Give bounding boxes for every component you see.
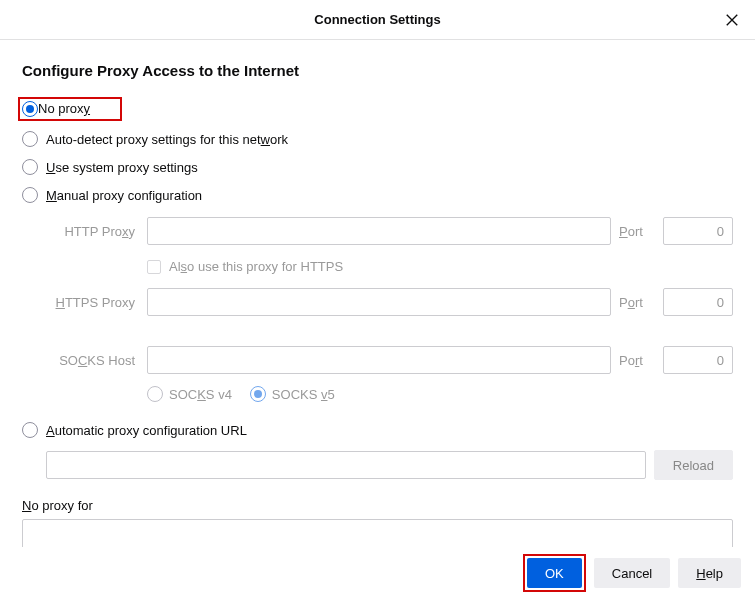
titlebar: Connection Settings bbox=[0, 0, 755, 40]
http-proxy-input[interactable] bbox=[147, 217, 611, 245]
radio-auto-url-label: Automatic proxy configuration URL bbox=[46, 423, 247, 438]
reload-button[interactable]: Reload bbox=[654, 450, 733, 480]
accel-y: y bbox=[84, 101, 91, 116]
radio-no-proxy-row[interactable]: No proxy bbox=[22, 93, 733, 125]
radio-auto-url[interactable] bbox=[22, 422, 38, 438]
socks-port-input[interactable] bbox=[663, 346, 733, 374]
settings-scroll-area[interactable]: Configure Proxy Access to the Internet N… bbox=[0, 40, 755, 547]
radio-auto-url-row[interactable]: Automatic proxy configuration URL bbox=[22, 416, 733, 444]
http-port-input[interactable] bbox=[663, 217, 733, 245]
manual-form-grid: HTTP Proxy Port Also use this proxy for … bbox=[44, 217, 733, 402]
https-proxy-input[interactable] bbox=[147, 288, 611, 316]
radio-auto-detect-row[interactable]: Auto-detect proxy settings for this netw… bbox=[22, 125, 733, 153]
auto-url-input[interactable] bbox=[46, 451, 646, 479]
noproxy-for-input[interactable] bbox=[22, 519, 733, 547]
radio-system-row[interactable]: Use system proxy settings bbox=[22, 153, 733, 181]
radio-manual-row[interactable]: Manual proxy configuration bbox=[22, 181, 733, 209]
radio-system[interactable] bbox=[22, 159, 38, 175]
radio-no-proxy-label: No proxy bbox=[38, 101, 90, 117]
https-proxy-label: HTTPS Proxy bbox=[44, 295, 139, 310]
help-button[interactable]: Help bbox=[678, 558, 741, 588]
auto-url-row: Reload bbox=[46, 450, 733, 480]
radio-auto-detect[interactable] bbox=[22, 131, 38, 147]
radio-manual-label: Manual proxy configuration bbox=[46, 188, 202, 203]
http-proxy-label: HTTP Proxy bbox=[44, 224, 139, 239]
radio-socks-v5[interactable] bbox=[250, 386, 266, 402]
accel-h: H bbox=[696, 566, 705, 581]
accel-a: A bbox=[46, 423, 55, 438]
socks-version-group: SOCKS v4 SOCKS v5 bbox=[147, 386, 733, 402]
also-https-row[interactable]: Also use this proxy for HTTPS bbox=[147, 259, 733, 274]
highlight-ok: OK bbox=[523, 554, 586, 592]
noproxy-for-label: No proxy for bbox=[22, 498, 733, 513]
accel-m: M bbox=[46, 188, 57, 203]
radio-manual[interactable] bbox=[22, 187, 38, 203]
close-button[interactable] bbox=[721, 9, 743, 31]
highlight-no-proxy: No proxy bbox=[18, 97, 122, 121]
close-icon bbox=[725, 13, 739, 27]
accel-u: U bbox=[46, 160, 55, 175]
socks-port-label: Port bbox=[619, 353, 655, 368]
socks-host-label: SOCKS Host bbox=[44, 353, 139, 368]
ok-button[interactable]: OK bbox=[527, 558, 582, 588]
socks-host-input[interactable] bbox=[147, 346, 611, 374]
https-port-input[interactable] bbox=[663, 288, 733, 316]
socks-v5-option[interactable]: SOCKS v5 bbox=[250, 386, 335, 402]
socks-v4-label: SOCKS v4 bbox=[169, 387, 232, 402]
radio-no-proxy[interactable] bbox=[22, 101, 38, 117]
radio-auto-detect-label: Auto-detect proxy settings for this netw… bbox=[46, 132, 288, 147]
section-heading: Configure Proxy Access to the Internet bbox=[22, 62, 733, 79]
socks-v4-option[interactable]: SOCKS v4 bbox=[147, 386, 232, 402]
dialog-footer: OK Cancel Help bbox=[0, 547, 755, 599]
http-port-label: Port bbox=[619, 224, 655, 239]
socks-v5-label: SOCKS v5 bbox=[272, 387, 335, 402]
cancel-button[interactable]: Cancel bbox=[594, 558, 670, 588]
also-https-checkbox[interactable] bbox=[147, 260, 161, 274]
radio-socks-v4[interactable] bbox=[147, 386, 163, 402]
accel-w: w bbox=[261, 132, 270, 147]
https-port-label: Port bbox=[619, 295, 655, 310]
dialog-title: Connection Settings bbox=[314, 12, 440, 27]
also-https-label: Also use this proxy for HTTPS bbox=[169, 259, 343, 274]
radio-system-label: Use system proxy settings bbox=[46, 160, 198, 175]
